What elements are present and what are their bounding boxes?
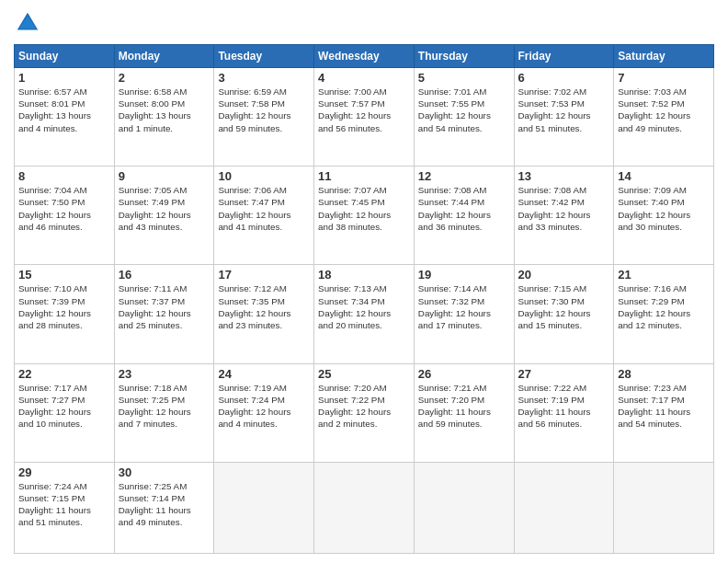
day-number: 23 (119, 367, 210, 381)
day-number: 4 (318, 71, 410, 85)
calendar-cell: 19Sunrise: 7:14 AM Sunset: 7:32 PM Dayli… (414, 265, 514, 363)
day-number: 16 (119, 268, 210, 282)
day-number: 24 (218, 367, 310, 381)
calendar-cell: 30Sunrise: 7:25 AM Sunset: 7:14 PM Dayli… (114, 462, 214, 553)
day-number: 22 (18, 367, 110, 381)
calendar-cell: 8Sunrise: 7:04 AM Sunset: 7:50 PM Daylig… (15, 167, 115, 265)
calendar-cell: 3Sunrise: 6:59 AM Sunset: 7:58 PM Daylig… (214, 68, 314, 167)
day-number: 10 (218, 169, 310, 183)
calendar-cell: 20Sunrise: 7:15 AM Sunset: 7:30 PM Dayli… (514, 265, 614, 363)
day-info: Sunrise: 7:25 AM Sunset: 7:14 PM Dayligh… (119, 480, 210, 529)
day-number: 26 (418, 367, 510, 381)
day-number: 13 (518, 169, 610, 183)
weekday-header: Thursday (414, 45, 514, 68)
calendar-cell: 25Sunrise: 7:20 AM Sunset: 7:22 PM Dayli… (314, 363, 415, 462)
day-number: 21 (618, 268, 710, 282)
day-info: Sunrise: 7:23 AM Sunset: 7:17 PM Dayligh… (618, 382, 710, 431)
day-number: 28 (618, 367, 710, 381)
day-number: 6 (518, 71, 610, 85)
day-info: Sunrise: 7:24 AM Sunset: 7:15 PM Dayligh… (18, 480, 110, 529)
day-info: Sunrise: 7:10 AM Sunset: 7:39 PM Dayligh… (18, 282, 110, 331)
calendar-cell (414, 462, 514, 553)
calendar-cell: 13Sunrise: 7:08 AM Sunset: 7:42 PM Dayli… (514, 167, 614, 265)
weekday-header: Friday (514, 45, 614, 68)
day-number: 17 (218, 268, 310, 282)
day-info: Sunrise: 7:06 AM Sunset: 7:47 PM Dayligh… (218, 184, 310, 233)
day-number: 8 (18, 169, 110, 183)
day-info: Sunrise: 7:21 AM Sunset: 7:20 PM Dayligh… (418, 382, 510, 431)
day-number: 25 (318, 367, 410, 381)
calendar-cell: 4Sunrise: 7:00 AM Sunset: 7:57 PM Daylig… (314, 68, 415, 167)
calendar-cell: 11Sunrise: 7:07 AM Sunset: 7:45 PM Dayli… (314, 167, 415, 265)
day-info: Sunrise: 7:08 AM Sunset: 7:42 PM Dayligh… (518, 184, 610, 233)
header (14, 9, 714, 37)
calendar-cell: 26Sunrise: 7:21 AM Sunset: 7:20 PM Dayli… (414, 363, 514, 462)
day-number: 2 (119, 71, 210, 85)
calendar-cell: 1Sunrise: 6:57 AM Sunset: 8:01 PM Daylig… (15, 68, 115, 167)
calendar-week-row: 8Sunrise: 7:04 AM Sunset: 7:50 PM Daylig… (15, 167, 714, 265)
day-number: 7 (618, 71, 710, 85)
page-container: SundayMondayTuesdayWednesdayThursdayFrid… (0, 0, 728, 563)
day-info: Sunrise: 7:02 AM Sunset: 7:53 PM Dayligh… (518, 86, 610, 134)
day-number: 15 (18, 268, 110, 282)
calendar: SundayMondayTuesdayWednesdayThursdayFrid… (14, 44, 714, 554)
weekday-header: Saturday (614, 45, 714, 68)
calendar-cell (514, 462, 614, 553)
day-info: Sunrise: 7:18 AM Sunset: 7:25 PM Dayligh… (119, 382, 210, 431)
day-info: Sunrise: 6:58 AM Sunset: 8:00 PM Dayligh… (119, 86, 210, 134)
day-info: Sunrise: 7:05 AM Sunset: 7:49 PM Dayligh… (119, 184, 210, 233)
weekday-header: Monday (114, 45, 214, 68)
day-info: Sunrise: 7:19 AM Sunset: 7:24 PM Dayligh… (218, 382, 310, 431)
day-info: Sunrise: 7:12 AM Sunset: 7:35 PM Dayligh… (218, 282, 310, 331)
calendar-cell: 28Sunrise: 7:23 AM Sunset: 7:17 PM Dayli… (614, 363, 714, 462)
calendar-cell: 22Sunrise: 7:17 AM Sunset: 7:27 PM Dayli… (15, 363, 115, 462)
weekday-header: Wednesday (314, 45, 415, 68)
calendar-cell: 27Sunrise: 7:22 AM Sunset: 7:19 PM Dayli… (514, 363, 614, 462)
day-number: 12 (418, 169, 510, 183)
weekday-header: Sunday (15, 45, 115, 68)
day-info: Sunrise: 7:17 AM Sunset: 7:27 PM Dayligh… (18, 382, 110, 431)
calendar-cell: 7Sunrise: 7:03 AM Sunset: 7:52 PM Daylig… (614, 68, 714, 167)
day-info: Sunrise: 7:08 AM Sunset: 7:44 PM Dayligh… (418, 184, 510, 233)
day-number: 1 (18, 71, 110, 85)
day-number: 11 (318, 169, 410, 183)
day-info: Sunrise: 7:09 AM Sunset: 7:40 PM Dayligh… (618, 184, 710, 233)
day-number: 18 (318, 268, 410, 282)
day-info: Sunrise: 6:57 AM Sunset: 8:01 PM Dayligh… (18, 86, 110, 134)
calendar-cell: 5Sunrise: 7:01 AM Sunset: 7:55 PM Daylig… (414, 68, 514, 167)
logo-icon (14, 9, 41, 37)
day-number: 27 (518, 367, 610, 381)
day-info: Sunrise: 7:14 AM Sunset: 7:32 PM Dayligh… (418, 282, 510, 331)
day-number: 14 (618, 169, 710, 183)
day-info: Sunrise: 7:22 AM Sunset: 7:19 PM Dayligh… (518, 382, 610, 431)
day-info: Sunrise: 7:15 AM Sunset: 7:30 PM Dayligh… (518, 282, 610, 331)
day-info: Sunrise: 7:03 AM Sunset: 7:52 PM Dayligh… (618, 86, 710, 134)
day-info: Sunrise: 7:16 AM Sunset: 7:29 PM Dayligh… (618, 282, 710, 331)
day-number: 9 (119, 169, 210, 183)
day-info: Sunrise: 7:00 AM Sunset: 7:57 PM Dayligh… (318, 86, 410, 134)
calendar-cell: 29Sunrise: 7:24 AM Sunset: 7:15 PM Dayli… (15, 462, 115, 553)
day-info: Sunrise: 7:04 AM Sunset: 7:50 PM Dayligh… (18, 184, 110, 233)
calendar-cell (214, 462, 314, 553)
calendar-cell: 23Sunrise: 7:18 AM Sunset: 7:25 PM Dayli… (114, 363, 214, 462)
day-number: 30 (119, 465, 210, 479)
day-number: 29 (18, 465, 110, 479)
weekday-header: Tuesday (214, 45, 314, 68)
calendar-cell: 6Sunrise: 7:02 AM Sunset: 7:53 PM Daylig… (514, 68, 614, 167)
day-info: Sunrise: 7:01 AM Sunset: 7:55 PM Dayligh… (418, 86, 510, 134)
calendar-cell: 10Sunrise: 7:06 AM Sunset: 7:47 PM Dayli… (214, 167, 314, 265)
day-info: Sunrise: 6:59 AM Sunset: 7:58 PM Dayligh… (218, 86, 310, 134)
day-info: Sunrise: 7:07 AM Sunset: 7:45 PM Dayligh… (318, 184, 410, 233)
day-number: 19 (418, 268, 510, 282)
calendar-cell: 21Sunrise: 7:16 AM Sunset: 7:29 PM Dayli… (614, 265, 714, 363)
calendar-cell (614, 462, 714, 553)
calendar-cell: 12Sunrise: 7:08 AM Sunset: 7:44 PM Dayli… (414, 167, 514, 265)
calendar-cell: 24Sunrise: 7:19 AM Sunset: 7:24 PM Dayli… (214, 363, 314, 462)
calendar-cell: 16Sunrise: 7:11 AM Sunset: 7:37 PM Dayli… (114, 265, 214, 363)
logo (14, 9, 45, 37)
weekday-header-row: SundayMondayTuesdayWednesdayThursdayFrid… (15, 45, 714, 68)
calendar-cell: 18Sunrise: 7:13 AM Sunset: 7:34 PM Dayli… (314, 265, 415, 363)
calendar-cell (314, 462, 415, 553)
calendar-cell: 14Sunrise: 7:09 AM Sunset: 7:40 PM Dayli… (614, 167, 714, 265)
calendar-cell: 17Sunrise: 7:12 AM Sunset: 7:35 PM Dayli… (214, 265, 314, 363)
